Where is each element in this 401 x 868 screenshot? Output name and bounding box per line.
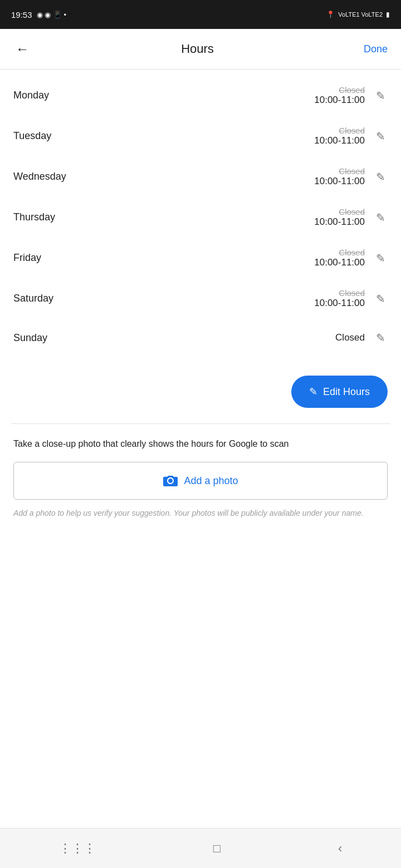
hours-list: MondayClosed10:00-11:00✎TuesdayClosed10:…: [0, 70, 401, 362]
hours-info: Closed10:00-11:00: [314, 288, 365, 309]
day-label: Saturday: [13, 293, 102, 304]
time-range: 10:00-11:00: [314, 135, 365, 146]
camera-icon: +: [163, 475, 178, 487]
hours-row: MondayClosed10:00-11:00✎: [0, 75, 401, 116]
hours-info: Closed10:00-11:00: [314, 85, 365, 106]
day-label: Wednesday: [13, 171, 102, 183]
photo-disclaimer: Add a photo to help us verify your sugge…: [13, 507, 388, 519]
hours-info: Closed10:00-11:00: [314, 207, 365, 228]
time-range: 10:00-11:00: [314, 298, 365, 309]
home-icon[interactable]: □: [202, 836, 232, 861]
closed-strikethrough: Closed: [314, 126, 365, 135]
day-label: Monday: [13, 90, 102, 101]
time-range: 10:00-11:00: [314, 95, 365, 106]
hours-right: Closed10:00-11:00✎: [102, 248, 388, 268]
back-button[interactable]: ←: [13, 39, 31, 59]
closed-strikethrough: Closed: [314, 166, 365, 176]
hours-right: Closed✎: [102, 329, 388, 347]
edit-day-icon[interactable]: ✎: [374, 249, 388, 267]
closed-strikethrough: Closed: [314, 85, 365, 95]
edit-day-icon[interactable]: ✎: [374, 290, 388, 308]
status-bar: 19:53 ◉ ◉ 📱 • 📍 VoLTE1 VoLTE2 ▮: [0, 0, 401, 29]
location-icon: 📍: [326, 11, 335, 18]
photo-description: Take a close-up photo that clearly shows…: [13, 437, 388, 451]
time-range: 10:00-11:00: [314, 216, 365, 228]
hours-row: FridayClosed10:00-11:00✎: [0, 238, 401, 278]
hours-info: Closed10:00-11:00: [314, 166, 365, 187]
svg-text:+: +: [164, 475, 167, 480]
closed-strikethrough: Closed: [314, 207, 365, 216]
edit-day-icon[interactable]: ✎: [374, 329, 388, 347]
carrier-icon: ◉ ◉ 📱 •: [37, 11, 66, 19]
hours-row: WednesdayClosed10:00-11:00✎: [0, 156, 401, 197]
day-label: Thursday: [13, 211, 102, 223]
photo-section: Take a close-up photo that clearly shows…: [0, 424, 401, 528]
add-photo-button[interactable]: + Add a photo: [13, 462, 388, 500]
hours-right: Closed10:00-11:00✎: [102, 166, 388, 187]
hours-info: Closed10:00-11:00: [314, 248, 365, 268]
hours-row: TuesdayClosed10:00-11:00✎: [0, 116, 401, 156]
hours-info: Closed: [335, 332, 365, 343]
hours-right: Closed10:00-11:00✎: [102, 207, 388, 228]
time-range: 10:00-11:00: [314, 176, 365, 187]
status-time: 19:53: [11, 10, 32, 19]
day-label: Sunday: [13, 332, 102, 344]
edit-day-icon[interactable]: ✎: [374, 209, 388, 226]
hours-right: Closed10:00-11:00✎: [102, 85, 388, 106]
edit-day-icon[interactable]: ✎: [374, 168, 388, 186]
edit-day-icon[interactable]: ✎: [374, 87, 388, 105]
back-nav-icon[interactable]: ‹: [327, 836, 353, 861]
day-label: Tuesday: [13, 130, 102, 142]
menu-icon[interactable]: ⋮⋮⋮: [48, 836, 107, 861]
status-bar-left: 19:53 ◉ ◉ 📱 •: [11, 10, 66, 19]
battery-icon: ▮: [386, 11, 390, 18]
edit-pencil-icon: ✎: [309, 386, 317, 398]
hours-row: ThursdayClosed10:00-11:00✎: [0, 197, 401, 238]
day-label: Friday: [13, 252, 102, 264]
edit-hours-button[interactable]: ✎ Edit Hours: [291, 376, 388, 408]
hours-right: Closed10:00-11:00✎: [102, 288, 388, 309]
bottom-navigation: ⋮⋮⋮ □ ‹: [0, 828, 401, 868]
signal-info: VoLTE1 VoLTE2: [338, 11, 383, 18]
page-title: Hours: [181, 42, 214, 56]
hours-info: Closed10:00-11:00: [314, 126, 365, 146]
status-bar-right: 📍 VoLTE1 VoLTE2 ▮: [326, 11, 390, 18]
hours-row: SundayClosed✎: [0, 319, 401, 357]
closed-label: Closed: [335, 332, 365, 343]
done-button[interactable]: Done: [364, 43, 388, 55]
edit-day-icon[interactable]: ✎: [374, 127, 388, 145]
closed-strikethrough: Closed: [314, 248, 365, 257]
edit-hours-label: Edit Hours: [323, 386, 370, 398]
hours-right: Closed10:00-11:00✎: [102, 126, 388, 146]
edit-hours-container: ✎ Edit Hours: [0, 362, 401, 423]
hours-row: SaturdayClosed10:00-11:00✎: [0, 278, 401, 319]
time-range: 10:00-11:00: [314, 257, 365, 268]
closed-strikethrough: Closed: [314, 288, 365, 298]
add-photo-label: Add a photo: [184, 475, 238, 487]
header: ← Hours Done: [0, 29, 401, 70]
